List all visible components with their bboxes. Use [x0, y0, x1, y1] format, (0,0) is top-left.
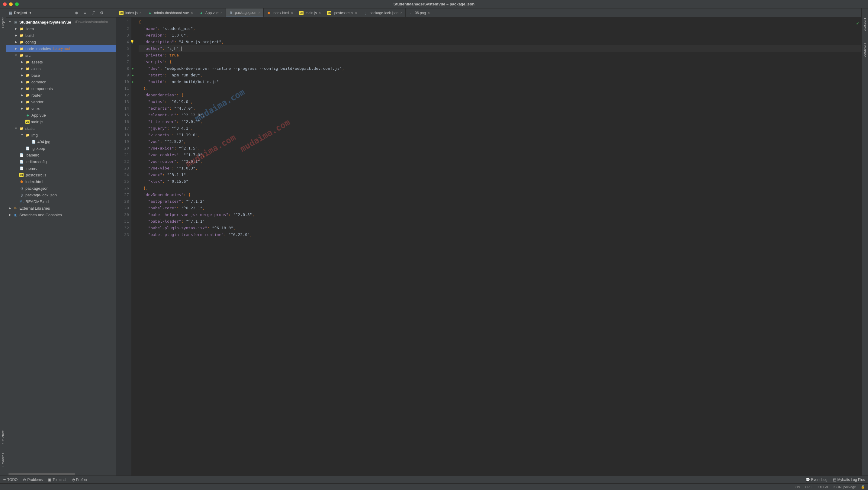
gutter-line[interactable]: 29 [116, 205, 129, 211]
status-line-separator[interactable]: CRLF [805, 485, 814, 489]
tree-item[interactable]: ▼📁img [6, 132, 116, 139]
gutter-line[interactable]: 3 [116, 32, 129, 39]
gutter-line[interactable]: 13 [116, 98, 129, 105]
inspection-ok-icon[interactable]: ✔ [857, 20, 859, 27]
code-line[interactable]: "xlsx": "^0.15.6" [138, 178, 861, 185]
gutter-line[interactable]: 2 [116, 25, 129, 32]
close-window-button[interactable] [3, 2, 7, 6]
tree-item[interactable]: ▶📁components [6, 85, 116, 92]
gutter-line[interactable]: 24 [116, 172, 129, 178]
code-line[interactable]: "author": "zjh", [138, 45, 861, 52]
chevron-down-icon[interactable]: ▼ [8, 20, 12, 24]
status-language[interactable]: JSON: package [833, 485, 856, 489]
project-tree[interactable]: ▼ ▣ StudentManagerSystemVue ~/Downloads/… [6, 18, 116, 472]
gutter-line[interactable]: 10▶ [116, 79, 129, 85]
status-position[interactable]: 5:19 [794, 485, 800, 489]
chevron-right-icon[interactable]: ▶ [20, 60, 24, 64]
gutter-line[interactable]: 18 [116, 132, 129, 139]
code-line[interactable]: "v-charts": "^1.19.0", [138, 132, 861, 139]
close-icon[interactable]: × [400, 11, 402, 15]
code-line[interactable]: "file-saver": "^2.0.2", [138, 118, 861, 125]
chevron-down-icon[interactable]: ▼ [29, 11, 32, 14]
close-icon[interactable]: × [428, 11, 430, 15]
gutter-line[interactable]: 33 [116, 232, 129, 238]
eventlog-tool-button[interactable]: 💬Event Log [805, 478, 828, 482]
close-icon[interactable]: × [191, 11, 193, 15]
gutter-line[interactable]: 22 [116, 158, 129, 165]
editor-tab[interactable]: {}package-lock.json× [360, 8, 406, 17]
close-icon[interactable]: × [291, 11, 293, 15]
tree-item[interactable]: ▶📁vendor [6, 98, 116, 105]
lock-icon[interactable]: 🔓 [861, 485, 865, 489]
tree-item[interactable]: 📄404.jpg [6, 139, 116, 145]
gutter-line[interactable]: 16 [116, 118, 129, 125]
tree-item[interactable]: ▶📁router [6, 92, 116, 98]
status-encoding[interactable]: UTF-8 [818, 485, 828, 489]
code-line[interactable]: "babel-loader": "^7.1.1", [138, 218, 861, 225]
chevron-right-icon[interactable]: ▶ [20, 93, 24, 97]
gutter-line[interactable]: 12 [116, 92, 129, 98]
gutter-line[interactable]: 21 [116, 152, 129, 158]
chevron-down-icon[interactable]: ▼ [20, 133, 24, 137]
close-icon[interactable]: × [220, 11, 223, 15]
tree-item[interactable]: 📄.editorconfig [6, 158, 116, 165]
tree-item[interactable]: JSmain.js [6, 118, 116, 125]
translate-tool-button[interactable]: Translate [863, 18, 867, 31]
database-tool-button[interactable]: Database [863, 43, 867, 57]
editor-tab[interactable]: JSmain.js× [296, 8, 324, 17]
close-icon[interactable]: × [319, 11, 321, 15]
gutter-line[interactable]: 8▶ [116, 65, 129, 72]
code-line[interactable]: "babel-plugin-syntax-jsx": "^6.18.0", [138, 225, 861, 232]
tree-item[interactable]: ▼📁static [6, 125, 116, 132]
gutter-line[interactable]: 31 [116, 218, 129, 225]
code-line[interactable]: "start": "npm run dev", [138, 72, 861, 79]
editor-tab[interactable]: {}package.json× [226, 8, 264, 17]
chevron-down-icon[interactable]: ▼ [14, 126, 18, 130]
terminal-tool-button[interactable]: ▣Terminal [48, 478, 66, 482]
hide-icon[interactable]: — [107, 10, 114, 16]
tree-item[interactable]: ▶📁vuex [6, 105, 116, 112]
tree-item[interactable]: {}package.json [6, 185, 116, 191]
gutter-line[interactable]: 5 [116, 45, 129, 52]
code-line[interactable]: "vue-axios": "^2.1.5", [138, 145, 861, 152]
code-line[interactable]: "babel-plugin-transform-runtime": "^6.22… [138, 232, 861, 238]
code-line[interactable]: "babel-helper-vue-jsx-merge-props": "^2.… [138, 211, 861, 218]
code-line[interactable]: "dev": "webpack-dev-server --inline --pr… [138, 65, 861, 72]
code-line[interactable]: "build": "node build/build.js" [138, 79, 861, 85]
code-line[interactable]: "name": "student_mis", [138, 25, 861, 32]
editor-code[interactable]: ✔ mudaima.com mudaima.com mudaima.com { … [131, 18, 861, 476]
code-line[interactable]: "autoprefixer": "^7.1.2", [138, 198, 861, 205]
tree-item[interactable]: 📄.babelrc [6, 152, 116, 158]
chevron-right-icon[interactable]: ▶ [20, 86, 24, 91]
code-line[interactable]: "devDependencies": { [138, 191, 861, 198]
code-line[interactable]: "description": "A Vue.js project", [138, 39, 861, 45]
tree-item[interactable]: ▶📁assets [6, 59, 116, 65]
code-line[interactable]: "axios": "^0.19.0", [138, 98, 861, 105]
code-line[interactable]: "private": true, [138, 52, 861, 59]
minimize-window-button[interactable] [9, 2, 13, 6]
close-icon[interactable]: × [355, 11, 357, 15]
chevron-right-icon[interactable]: ▶ [20, 100, 24, 104]
code-line[interactable]: "scripts": { [138, 59, 861, 65]
chevron-right-icon[interactable]: ▶ [20, 73, 24, 77]
gutter-line[interactable]: 20 [116, 145, 129, 152]
code-line[interactable]: "vue-router": "^3.0.1", [138, 158, 861, 165]
gutter-line[interactable]: 19 [116, 139, 129, 145]
tree-item[interactable]: 📄.gitkeep [6, 145, 116, 152]
gutter-line[interactable]: 26 [116, 185, 129, 191]
gutter-line[interactable]: 15 [116, 112, 129, 118]
tree-external-libs[interactable]: ▶ ⊪ External Libraries [6, 205, 116, 211]
tree-root[interactable]: ▼ ▣ StudentManagerSystemVue ~/Downloads/… [6, 19, 116, 25]
tree-scratches[interactable]: ▶ ◧ Scratches and Consoles [6, 211, 116, 218]
tree-item[interactable]: ▶📁config [6, 39, 116, 45]
tree-item[interactable]: ▶📁base [6, 72, 116, 79]
chevron-right-icon[interactable]: ▶ [20, 66, 24, 71]
tree-item[interactable]: {}package-lock.json [6, 191, 116, 198]
tree-item[interactable]: ▶📁node_moduleslibrary root [6, 45, 116, 52]
editor-tab[interactable]: ◆admin-dashboard.vue× [145, 8, 196, 17]
code-line[interactable]: }, [138, 185, 861, 191]
code-line[interactable]: "echarts": "^4.7.0", [138, 105, 861, 112]
gutter-line[interactable]: 7 [116, 59, 129, 65]
gutter-line[interactable]: 14 [116, 105, 129, 112]
gutter-line[interactable]: 30 [116, 211, 129, 218]
